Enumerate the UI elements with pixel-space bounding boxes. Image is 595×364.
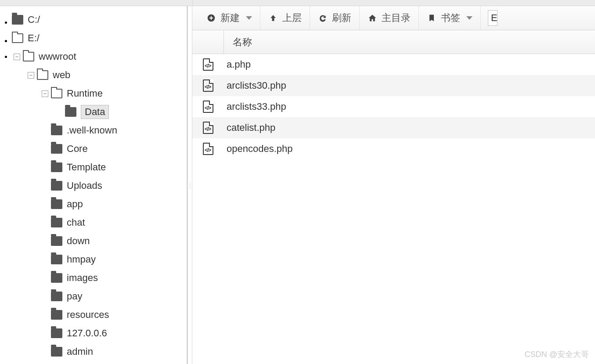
- tree-folder[interactable]: Uploads: [42, 177, 187, 195]
- chevron-down-icon: [246, 16, 252, 20]
- tree-label: .well-known: [67, 125, 117, 136]
- tree-label: app: [67, 198, 83, 210]
- bookmark-icon: [427, 13, 436, 23]
- tree-label: wwwroot: [39, 51, 76, 62]
- label: 上层: [282, 11, 302, 25]
- tree-label: down: [67, 235, 90, 247]
- table-header: 名称: [192, 30, 595, 54]
- folder-closed-icon: [51, 236, 62, 246]
- tree-label: C:/: [28, 14, 40, 25]
- tree-label: admin: [67, 346, 93, 357]
- folder-closed-icon: [51, 162, 62, 172]
- file-name: a.php: [224, 59, 595, 70]
- file-name: arclists33.php: [224, 101, 595, 112]
- tree-folder[interactable]: chat: [42, 213, 187, 232]
- code-file-icon: </>: [203, 79, 213, 92]
- grip-icon: ····: [189, 182, 191, 189]
- tree-folder[interactable]: .well-known: [42, 121, 187, 140]
- tree-folder[interactable]: hmpay: [42, 250, 187, 269]
- tree-label: chat: [67, 217, 85, 228]
- table-row[interactable]: </>opencodes.php: [192, 138, 595, 159]
- chevron-down-icon: [466, 16, 472, 20]
- folder-closed-icon: [65, 107, 76, 117]
- label: 刷新: [332, 11, 351, 25]
- collapse-icon[interactable]: −: [42, 90, 48, 97]
- code-file-icon: </>: [203, 122, 213, 134]
- tree-label: Core: [67, 143, 88, 155]
- collapse-icon[interactable]: −: [14, 54, 20, 60]
- tree-label: Uploads: [67, 180, 102, 191]
- table-row[interactable]: </>arclists30.php: [192, 75, 595, 96]
- table-row[interactable]: </>catelist.php: [192, 117, 595, 138]
- tree-folder[interactable]: admin: [28, 342, 187, 361]
- home-button[interactable]: 主目录: [360, 6, 419, 30]
- tree-data[interactable]: Data: [56, 103, 187, 121]
- label: 书签: [441, 11, 460, 25]
- path-input[interactable]: E: [488, 10, 498, 26]
- collapse-icon[interactable]: −: [28, 72, 34, 79]
- code-file-icon: </>: [203, 101, 213, 113]
- tree-web[interactable]: − web: [28, 66, 187, 84]
- tree-label: Runtime: [67, 88, 103, 99]
- up-button[interactable]: 上层: [260, 6, 310, 30]
- folder-closed-icon: [12, 15, 23, 25]
- file-name: opencodes.php: [224, 143, 595, 155]
- bookmark-button[interactable]: 书签: [419, 6, 481, 30]
- tree-label: resources: [67, 309, 109, 321]
- label: 主目录: [382, 11, 411, 25]
- table-row[interactable]: </>arclists33.php: [192, 96, 595, 117]
- file-name: arclists30.php: [224, 80, 595, 91]
- code-file-icon: </>: [203, 143, 213, 155]
- tree-label: images: [67, 272, 98, 284]
- folder-closed-icon: [51, 126, 62, 135]
- header-name-col[interactable]: 名称: [224, 30, 595, 54]
- watermark: CSDN @安全大哥: [525, 349, 589, 360]
- folder-closed-icon: [51, 347, 62, 357]
- tree-label: hmpay: [67, 254, 96, 265]
- new-button[interactable]: 新建: [198, 6, 260, 30]
- tree-folder[interactable]: app: [42, 195, 187, 213]
- toolbar: 新建 上层 刷新 主目录: [192, 6, 595, 30]
- file-name: catelist.php: [224, 122, 595, 133]
- folder-closed-icon: [51, 218, 62, 227]
- folder-closed-icon: [51, 273, 62, 283]
- file-list: </>a.php</>arclists30.php</>arclists33.p…: [192, 54, 595, 159]
- file-panel: 新建 上层 刷新 主目录: [192, 6, 595, 364]
- title-strip: [0, 0, 595, 6]
- folder-closed-icon: [51, 255, 62, 264]
- folder-closed-icon: [51, 328, 62, 338]
- tree-folder[interactable]: Template: [42, 158, 187, 177]
- table-row[interactable]: </>a.php: [192, 54, 595, 75]
- folder-open-icon: [37, 70, 48, 80]
- tree-runtime[interactable]: − Runtime: [42, 84, 187, 103]
- tree-drive-e[interactable]: E:/: [12, 29, 187, 47]
- tree-folder[interactable]: resources: [42, 306, 187, 324]
- folder-closed-icon: [51, 144, 62, 154]
- tree-label-selected: Data: [81, 105, 109, 119]
- folder-closed-icon: [51, 199, 62, 209]
- tree-folder[interactable]: Core: [42, 140, 187, 158]
- arrow-up-icon: [268, 13, 278, 23]
- tree-label: web: [53, 69, 70, 81]
- folder-closed-icon: [51, 181, 62, 191]
- tree-label: pay: [67, 291, 82, 302]
- home-icon: [368, 13, 377, 23]
- tree-folder[interactable]: 127.0.0.6: [28, 324, 187, 342]
- tree-folder[interactable]: images: [42, 269, 187, 287]
- tree-label: Template: [67, 162, 106, 173]
- folder-tree: C:/ E:/ − wwwroot −: [0, 6, 188, 364]
- code-file-icon: </>: [203, 58, 213, 71]
- refresh-icon: [318, 13, 328, 23]
- tree-folder[interactable]: pay: [42, 287, 187, 306]
- folder-closed-icon: [51, 292, 62, 301]
- pane-resizer[interactable]: ····: [188, 6, 192, 364]
- label: 新建: [220, 11, 240, 25]
- header-icon-col: [192, 30, 224, 54]
- folder-closed-icon: [51, 310, 62, 320]
- folder-open-icon: [12, 33, 23, 43]
- folder-open-icon: [23, 52, 34, 61]
- refresh-button[interactable]: 刷新: [310, 6, 360, 30]
- tree-folder[interactable]: down: [42, 232, 187, 250]
- tree-drive-c[interactable]: C:/: [12, 11, 187, 29]
- tree-wwwroot[interactable]: − wwwroot: [12, 47, 187, 66]
